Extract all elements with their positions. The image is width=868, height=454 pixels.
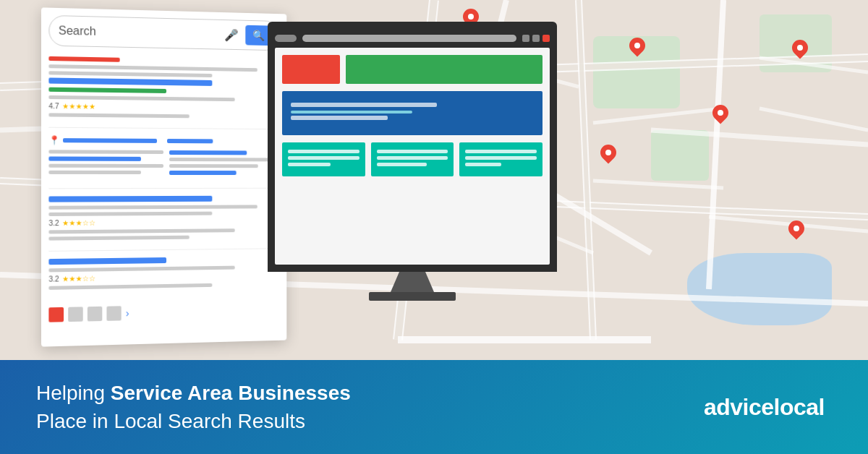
rating-number: 3.2 [48, 219, 59, 227]
result-title [48, 77, 212, 85]
result-line [48, 228, 234, 234]
result-line [48, 71, 212, 77]
page-4[interactable] [106, 306, 121, 321]
website-card-1 [282, 142, 365, 176]
two-col-section [48, 150, 279, 178]
map-pin-3 [712, 105, 728, 121]
card-line [465, 156, 537, 160]
search-result-4: 3.2 ★★★☆☆ [48, 256, 279, 300]
website-nav-block [346, 55, 542, 84]
search-button[interactable]: 🔍 [245, 25, 271, 46]
location-name [63, 138, 157, 143]
banner-text: Helping Service Area Businesses Place in… [36, 379, 351, 435]
brand-logo: advicelocal [704, 394, 825, 421]
monitor-stand [391, 272, 434, 292]
card-line [377, 150, 448, 153]
card-line [377, 156, 448, 160]
result-line [48, 205, 257, 209]
bottom-banner: Helping Service Area Businesses Place in… [0, 360, 868, 454]
website-logo-block [282, 55, 340, 84]
svg-line-7 [579, 0, 593, 340]
result-subtitle [48, 87, 166, 93]
card-line [288, 163, 331, 166]
pagination: › [48, 303, 279, 322]
svg-line-14 [651, 130, 868, 145]
banner-line-1: Helping Service Area Businesses [36, 379, 351, 407]
banner-plain-text: Helping [36, 382, 111, 404]
rating-row-1: 4.7 ★★★★★ [48, 102, 279, 113]
location-row: 📍 [48, 135, 279, 147]
col-left [48, 150, 163, 178]
svg-line-8 [709, 0, 723, 289]
card-line [465, 150, 537, 153]
result-line [48, 283, 212, 290]
microphone-icon: 🎤 [224, 27, 239, 41]
search-result-2: 📍 [48, 135, 279, 189]
monitor-back-btn [275, 35, 297, 42]
svg-line-17 [593, 181, 723, 188]
hero-subtitle-line [291, 111, 412, 113]
monitor-screen [268, 22, 557, 272]
card-line [377, 163, 427, 166]
website-hero-section [282, 91, 542, 135]
map-pin-6 [788, 220, 804, 236]
banner-line-2: Place in Local Search Results [36, 407, 351, 435]
monitor-content [275, 48, 550, 265]
result-title [48, 257, 166, 265]
monitor-top-bar [275, 35, 550, 42]
svg-line-22 [760, 108, 868, 130]
brand-name-text: advicelocal [704, 394, 825, 420]
result-line [48, 171, 140, 174]
ctrl-dot-close [542, 35, 550, 42]
map-pin-7 [792, 40, 808, 56]
location-pin-icon: 📍 [48, 135, 60, 145]
result-line [48, 164, 163, 168]
monitor-address-bar [302, 35, 516, 42]
result-title [48, 196, 212, 202]
search-results-panel: Search 🎤 🔍 4.7 ★★★★★ 📍 [41, 7, 286, 346]
result-line [48, 212, 212, 216]
rating-row-2: 3.2 ★★★☆☆ [48, 218, 279, 227]
result-line [169, 164, 258, 168]
hero-title-line [291, 103, 437, 107]
star-rating: ★★★☆☆ [62, 219, 95, 227]
ctrl-dot-1 [522, 35, 529, 42]
monitor-base [369, 292, 456, 301]
result-line [48, 113, 189, 118]
website-card-3 [459, 142, 542, 176]
website-cards-section [282, 142, 542, 176]
monitor [268, 22, 557, 301]
monitor-controls [522, 35, 550, 42]
card-line [288, 150, 359, 153]
website-card-2 [371, 142, 454, 176]
col-right [169, 150, 280, 178]
page-1[interactable] [48, 307, 64, 322]
search-result-3: 3.2 ★★★☆☆ [48, 196, 279, 252]
website-header [282, 55, 542, 84]
page-2[interactable] [68, 307, 83, 322]
star-rating: ★★★☆☆ [62, 275, 95, 283]
result-line [48, 64, 257, 72]
hero-cta-line [291, 116, 388, 120]
result-line [48, 236, 189, 241]
ctrl-dot-2 [532, 35, 540, 42]
next-page-icon[interactable]: › [126, 307, 129, 319]
card-line [288, 156, 359, 160]
rating-number: 3.2 [48, 275, 59, 283]
banner-bold-text: Service Area Businesses [111, 382, 351, 404]
rating-row-3: 3.2 ★★★☆☆ [48, 272, 279, 283]
rating-number: 4.7 [48, 102, 59, 110]
result-line [169, 158, 280, 161]
search-bar[interactable]: Search 🎤 🔍 [48, 15, 279, 51]
star-rating: ★★★★★ [62, 102, 95, 111]
page-3[interactable] [88, 307, 102, 322]
search-result-1: 4.7 ★★★★★ [48, 56, 279, 129]
result-line [48, 95, 234, 101]
card-line [465, 163, 501, 166]
result-line [48, 266, 234, 273]
result-ad-label [48, 56, 119, 62]
map-pin-4 [600, 145, 616, 160]
search-icon: 🔍 [252, 30, 264, 41]
svg-line-16 [593, 108, 723, 123]
search-input[interactable]: Search [59, 24, 224, 40]
